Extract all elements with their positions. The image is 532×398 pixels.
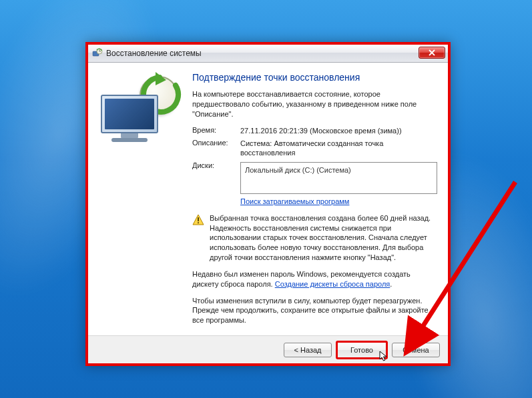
svg-rect-8 — [198, 222, 199, 223]
warning-icon — [192, 214, 204, 226]
system-restore-graphic — [95, 73, 182, 147]
field-time: Время: 27.11.2016 20:21:39 (Московское в… — [192, 126, 437, 135]
cancel-button[interactable]: Отмена — [392, 343, 440, 357]
button-bar: < Назад Готово Отмена — [88, 335, 448, 363]
warning-text: Выбранная точка восстановления создана б… — [210, 213, 437, 263]
password-reset-text: Недавно был изменен пароль Windows, реко… — [192, 269, 437, 289]
close-icon — [429, 49, 435, 56]
create-password-disk-link[interactable]: Создание дискеты сброса пароля — [275, 280, 390, 288]
dialog-heading: Подтверждение точки восстановления — [192, 72, 437, 83]
finish-button-label: Готово — [350, 346, 373, 354]
disks-list: Локальный диск (C:) (Система) — [240, 162, 437, 194]
field-description: Описание: Система: Автоматически созданн… — [192, 139, 437, 158]
dialog-body: Подтверждение точки восстановления На ко… — [88, 63, 448, 335]
svg-marker-9 — [380, 351, 386, 361]
disk-item: Локальный диск (C:) (Система) — [245, 166, 351, 174]
content-pane: Подтверждение точки восстановления На ко… — [190, 63, 448, 335]
desc-label: Описание: — [192, 139, 240, 158]
scan-affected-programs-link[interactable]: Поиск затрагиваемых программ — [240, 197, 349, 206]
reboot-notice: Чтобы изменения вступили в силу, компьют… — [192, 296, 437, 326]
svg-rect-7 — [198, 217, 199, 221]
illustration-pane — [88, 63, 190, 335]
svg-marker-5 — [156, 72, 166, 85]
time-label: Время: — [192, 126, 240, 135]
intro-text: На компьютере восстанавливается состояни… — [192, 89, 437, 119]
system-restore-icon — [92, 48, 103, 59]
back-button[interactable]: < Назад — [284, 343, 332, 357]
desc-value: Система: Автоматически созданная точка в… — [240, 139, 437, 158]
disks-label: Диски: — [192, 161, 240, 206]
window-title: Восстановление системы — [106, 49, 202, 58]
time-value: 27.11.2016 20:21:39 (Московское время (з… — [240, 126, 437, 135]
system-restore-dialog: Восстановление системы Подтверждение то — [85, 42, 451, 366]
close-button[interactable] — [419, 47, 445, 59]
warning-block: Выбранная точка восстановления создана б… — [192, 213, 437, 263]
finish-button[interactable]: Готово — [336, 341, 388, 359]
titlebar[interactable]: Восстановление системы — [88, 45, 448, 63]
field-disks: Диски: Локальный диск (C:) (Система) Пои… — [192, 161, 437, 206]
cursor-icon — [379, 351, 388, 363]
